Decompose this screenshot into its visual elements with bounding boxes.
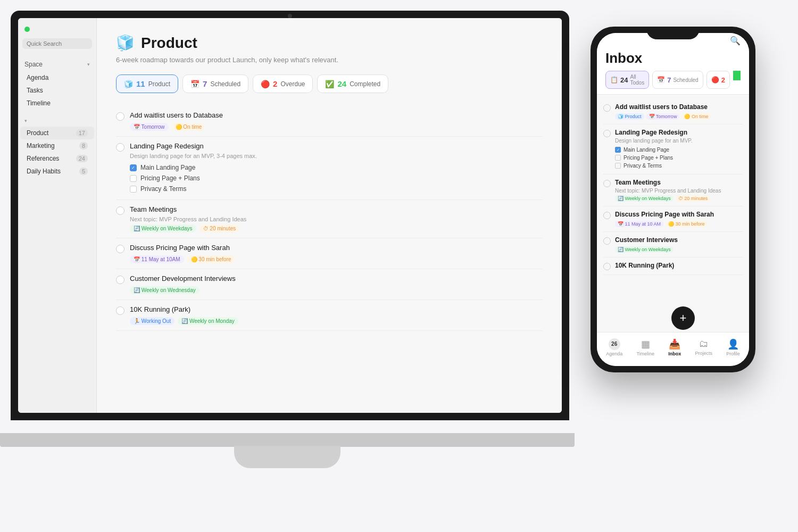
tag: 🟡 30 min before: [666, 221, 708, 227]
filter-tab-scheduled[interactable]: 📅 7 Scheduled: [182, 74, 248, 93]
tag: ⏱ 20 minutes: [676, 195, 711, 202]
filter-icon: 📅: [190, 80, 200, 88]
tag: 🔄 Weekly on Weekdays: [615, 246, 674, 253]
phone-nav-label: Inbox: [668, 351, 681, 356]
phone-subtask-label: Pricing Page + Plans: [624, 155, 673, 161]
phone-task-radio[interactable]: [603, 130, 611, 137]
tag: 🟡 On time: [681, 113, 711, 120]
timeline-icon: ▦: [641, 338, 650, 350]
filter-label: Scheduled: [210, 80, 240, 88]
subtask: Privacy & Terms: [130, 184, 543, 194]
phone-nav-profile[interactable]: 👤 Profile: [723, 338, 743, 356]
phone-task-radio[interactable]: [603, 237, 611, 245]
filter-count: 2: [721, 76, 725, 84]
filter-count: 2: [273, 79, 277, 88]
phone-filter-tab-scheduled[interactable]: 📅 7 Scheduled: [652, 71, 703, 89]
sidebar-item-references[interactable]: References 24: [20, 152, 94, 165]
add-fab-button[interactable]: +: [671, 306, 695, 330]
search-icon[interactable]: 🔍: [730, 36, 741, 46]
phone-task-radio[interactable]: [603, 263, 611, 270]
phone-nav-timeline[interactable]: ▦ Timeline: [633, 338, 658, 356]
task-title: Team Meetings: [130, 205, 177, 213]
phone-task-desc: Next topic: MVP Progress and Landing Ide…: [615, 188, 743, 194]
sidebar-section-lists[interactable]: ▾: [18, 115, 96, 127]
task-radio[interactable]: [116, 206, 124, 215]
phone-nav-label: Timeline: [636, 351, 654, 356]
subtask-checkbox[interactable]: [130, 175, 137, 182]
filter-tab-product[interactable]: 🧊 11 Product: [116, 74, 178, 93]
phone-header: Inbox 📋 24 All Todos 📅 7 Scheduled 🔴: [597, 48, 749, 95]
filter-icon: 📋: [610, 76, 618, 84]
filter-label: All Todos: [630, 74, 644, 86]
subtask-checkbox[interactable]: ✓: [130, 164, 137, 171]
phone-nav-label: Profile: [726, 351, 740, 356]
filter-tab-completed[interactable]: ✅ 24 Completed: [317, 74, 388, 93]
phone-task-radio[interactable]: [603, 180, 611, 187]
phone-task-radio[interactable]: [603, 212, 611, 219]
task-title: 10K Running (Park): [130, 305, 190, 313]
phone-task-title: 10K Running (Park): [615, 262, 674, 269]
tag-tomorrow: 📅 Tomorrow: [130, 123, 169, 131]
tag-duration: ⏱ 20 minutes: [200, 225, 240, 232]
phone-bottom-nav: 26 Agenda ▦ Timeline 📥 Inbox 🗂 Projects …: [597, 332, 749, 366]
task-radio[interactable]: [116, 306, 124, 315]
task-radio[interactable]: [116, 112, 124, 121]
phone-nav-projects[interactable]: 🗂 Projects: [692, 338, 716, 356]
task-radio[interactable]: [116, 276, 124, 284]
task-title: Customer Development Interviews: [130, 275, 236, 282]
tag-weekly: 🔄 Weekly on Weekdays: [130, 225, 196, 232]
sidebar-section-label: Space: [24, 61, 43, 68]
sidebar-item-agenda[interactable]: Agenda: [20, 71, 94, 84]
phone-nav-inbox[interactable]: 📥 Inbox: [665, 338, 684, 356]
task-item: Customer Development Interviews 🔄 Weekly…: [116, 269, 543, 300]
phone-subtask-checkbox[interactable]: [615, 163, 621, 169]
laptop-stand: [234, 446, 340, 468]
task-radio[interactable]: [116, 245, 124, 253]
filter-tab-overdue[interactable]: 🔴 2 Overdue: [253, 74, 313, 93]
sidebar-item-daily-habits[interactable]: Daily Habits 5: [20, 165, 94, 178]
subtask-label: Pricing Page + Plans: [140, 174, 200, 182]
phone-task-list: Add waitlist users to Database 🧊 Product…: [597, 95, 749, 332]
filter-count: 11: [136, 79, 145, 88]
sidebar-item-timeline[interactable]: Timeline: [20, 97, 94, 110]
tag-workout: 🏃 Working Out: [130, 317, 174, 325]
phone-task-item: Add waitlist users to Database 🧊 Product…: [603, 99, 743, 124]
agenda-badge: 26: [609, 338, 620, 350]
subtask: ✓ Main Landing Page: [130, 162, 543, 173]
filter-label: Completed: [350, 80, 380, 88]
phone-task-radio[interactable]: [603, 104, 611, 112]
search-input[interactable]: [22, 38, 92, 49]
laptop-screen: Space ▾ Agenda Tasks Timeline ▾: [18, 18, 562, 413]
filter-icon: 📅: [657, 76, 665, 84]
filter-label: Overdue: [280, 80, 305, 88]
filter-count: 24: [337, 79, 346, 88]
chevron-down-icon: ▾: [87, 62, 90, 67]
phone-subtask-checkbox[interactable]: [615, 155, 621, 161]
filter-icon: 🔴: [261, 80, 270, 88]
phone-filter-tab-all[interactable]: 📋 24 All Todos: [605, 71, 649, 89]
main-content: 🧊 Product 6-week roadmap towards our pro…: [97, 18, 562, 413]
page-subtitle: 6-week roadmap towards our product Launc…: [116, 56, 543, 64]
sidebar-item-tasks[interactable]: Tasks: [20, 84, 94, 97]
filter-tabs: 🧊 11 Product 📅 7 Scheduled 🔴 2 Ov: [116, 74, 543, 93]
task-radio[interactable]: [116, 143, 124, 152]
sidebar: Space ▾ Agenda Tasks Timeline ▾: [18, 18, 97, 413]
tag-ontime: 🟡 On time: [172, 123, 206, 131]
task-item: Add waitlist users to Database 📅 Tomorro…: [116, 106, 543, 137]
tag-weekly: 🔄 Weekly on Wednesday: [130, 286, 200, 294]
phone-subtask: ✓ Main Landing Page: [615, 146, 743, 154]
phone-task-desc: Design landing page for an MVP.: [615, 138, 743, 144]
filter-icon: 🔴: [711, 76, 719, 84]
phone-subtask-checkbox[interactable]: ✓: [615, 147, 621, 153]
phone-task-item: Discuss Pricing Page with Sarah 📅 11 May…: [603, 206, 743, 232]
phone-filter-tab-overdue[interactable]: 🔴 2: [706, 71, 730, 89]
tag: 📅 11 May at 10 AM: [615, 221, 663, 227]
sidebar-item-marketing[interactable]: Marketing 8: [20, 139, 94, 152]
task-title: Add waitlist users to Database: [130, 111, 223, 119]
sidebar-item-product[interactable]: Product 17: [20, 127, 94, 139]
subtask-checkbox[interactable]: [130, 186, 137, 193]
sidebar-section-space[interactable]: Space ▾: [18, 57, 96, 71]
page-icon: 🧊: [116, 34, 135, 52]
subtask: Pricing Page + Plans: [130, 173, 543, 184]
phone-nav-agenda[interactable]: 26 Agenda: [603, 338, 626, 356]
